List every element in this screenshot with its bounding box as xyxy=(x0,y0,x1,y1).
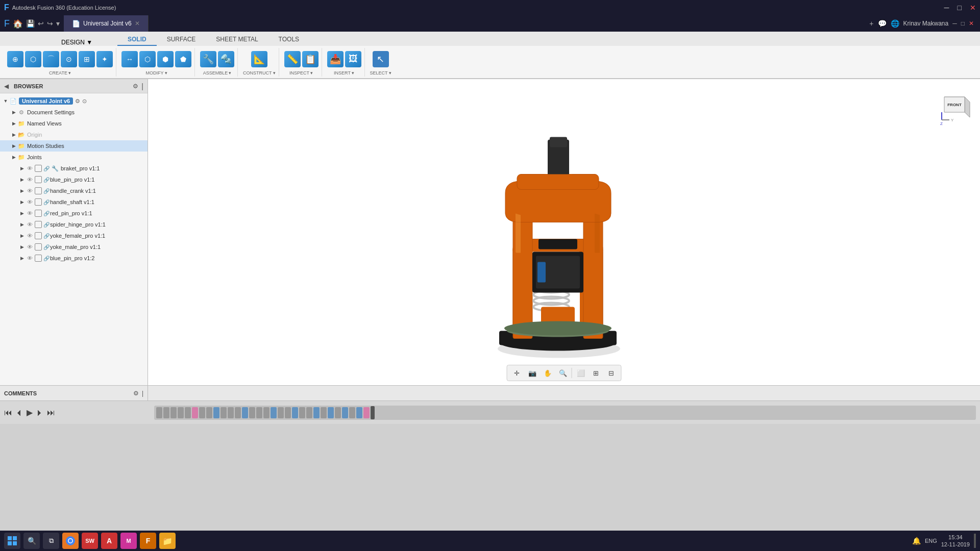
tab-sheet-metal[interactable]: SHEET METAL xyxy=(206,34,268,46)
minimize-button[interactable]: ─ xyxy=(944,4,949,12)
section-analysis-icon[interactable]: 📋 xyxy=(302,51,318,67)
grid-btn[interactable]: ⊞ xyxy=(590,366,603,380)
tree-item-yoke-male[interactable]: ▶ 👁 🔗 yoke_male_pro v1:1 xyxy=(0,241,148,253)
tree-item-red-pin[interactable]: ▶ 👁 🔗 red_pin_pro v1:1 xyxy=(0,208,148,219)
box-blue-pin2[interactable] xyxy=(35,255,42,262)
view-cube-btn[interactable]: ⊟ xyxy=(605,366,618,380)
taskbar-app-sw[interactable]: SW xyxy=(82,533,98,549)
pattern-icon[interactable]: ✦ xyxy=(96,51,113,67)
box-yoke-female[interactable] xyxy=(35,232,42,239)
timeline-play-btn[interactable]: ▶ xyxy=(27,408,33,417)
vis-handle-shaft[interactable]: 👁 xyxy=(26,198,34,206)
file-tab[interactable]: 📄 Universal Joint v6 ✕ xyxy=(64,15,149,32)
inspect-arrow[interactable]: ▾ xyxy=(310,70,313,76)
plane-icon[interactable]: 📐 xyxy=(251,51,267,67)
rigid-group-icon[interactable]: 🔩 xyxy=(218,51,234,67)
display-settings-btn[interactable]: 📷 xyxy=(526,366,539,380)
root-record[interactable]: ⊙ xyxy=(82,98,87,105)
file-tab-close[interactable]: ✕ xyxy=(135,20,140,27)
tree-item-named-views[interactable]: ▶ 📁 Named Views xyxy=(0,118,148,129)
maximize-button[interactable]: □ xyxy=(958,4,962,12)
link-yoke-female[interactable]: 🔗 xyxy=(43,232,50,239)
revolve-icon[interactable]: ⌒ xyxy=(43,51,59,67)
tab-surface[interactable]: SURFACE xyxy=(157,34,206,46)
browser-more-icon[interactable]: | xyxy=(141,82,143,90)
link-spider-hinge[interactable]: 🔗 xyxy=(43,221,50,228)
tabbar-close[interactable]: ✕ xyxy=(969,20,974,27)
tree-item-handle-crank[interactable]: ▶ 👁 🔗 handle_crank v1:1 xyxy=(0,185,148,196)
tree-item-origin[interactable]: ▶ 📂 Origin xyxy=(0,129,148,140)
sweep-icon[interactable]: ⊙ xyxy=(61,51,77,67)
link-blue-pin2[interactable]: 🔗 xyxy=(43,255,50,262)
taskbar-notification-icon[interactable]: 🔔 xyxy=(912,537,921,545)
comments-settings-icon[interactable]: ⚙ xyxy=(133,390,139,397)
viewport[interactable]: FRONT Z Y ✛ 📷 ✋ 🔍 ⬜ ⊞ ⊟ xyxy=(148,79,980,385)
link-handle-shaft[interactable]: 🔗 xyxy=(43,198,50,206)
tab-tools[interactable]: TOOLS xyxy=(268,34,309,46)
browser-collapse-icon[interactable]: ◀ xyxy=(4,83,9,90)
vis-blue-pin1[interactable]: 👁 xyxy=(26,176,34,184)
box-braket[interactable] xyxy=(35,165,42,172)
tabbar-maximize[interactable]: □ xyxy=(961,20,965,27)
tree-root[interactable]: ▼ 📄 Universal Joint v6 ⚙ ⊙ xyxy=(0,95,148,107)
link-braket[interactable]: 🔗 xyxy=(43,165,50,172)
tree-item-motion-studies[interactable]: ▶ 📁 Motion Studies xyxy=(0,140,148,152)
tree-item-spider-hinge[interactable]: ▶ 👁 🔗 spider_hinge_pro v1:1 xyxy=(0,219,148,230)
construct-arrow[interactable]: ▾ xyxy=(273,70,276,76)
more-actions[interactable]: ▾ xyxy=(56,19,60,28)
fillet-icon[interactable]: ⬡ xyxy=(139,51,156,67)
timeline-track[interactable] xyxy=(154,406,976,420)
tabbar-minimize[interactable]: ─ xyxy=(952,20,957,27)
box-spider-hinge[interactable] xyxy=(35,221,42,228)
box-handle-shaft[interactable] xyxy=(35,198,42,206)
insert-mesh-icon[interactable]: 📥 xyxy=(327,51,344,67)
taskbar-app-acad[interactable]: A xyxy=(101,533,117,549)
vis-yoke-male[interactable]: 👁 xyxy=(26,243,34,251)
timeline-end-btn[interactable]: ⏭ xyxy=(47,408,55,417)
zoom-btn[interactable]: 🔍 xyxy=(556,366,570,380)
timeline-next-btn[interactable]: ⏵ xyxy=(36,408,44,417)
measure-icon[interactable]: 📏 xyxy=(284,51,301,67)
move-icon[interactable]: ↔ xyxy=(121,51,138,67)
box-yoke-male[interactable] xyxy=(35,243,42,251)
close-button[interactable]: ✕ xyxy=(970,4,976,12)
select-arrow[interactable]: ▾ xyxy=(389,70,391,76)
root-arrow[interactable]: ▼ xyxy=(2,97,9,105)
link-red-pin[interactable]: 🔗 xyxy=(43,210,50,217)
pan-btn[interactable]: ✋ xyxy=(541,366,554,380)
design-button[interactable]: DESIGN ▼ xyxy=(61,39,92,46)
show-desktop-btn[interactable] xyxy=(974,534,976,548)
timeline-prev-btn[interactable]: ⏴ xyxy=(15,408,23,417)
loft-icon[interactable]: ⊞ xyxy=(79,51,95,67)
decal-icon[interactable]: 🖼 xyxy=(345,51,361,67)
create-new-body-icon[interactable]: ⊕ xyxy=(7,51,23,67)
browser-settings-icon[interactable]: ⚙ xyxy=(133,83,138,90)
assemble-arrow[interactable]: ▾ xyxy=(229,70,231,76)
modify-arrow[interactable]: ▾ xyxy=(165,70,167,76)
tree-item-joints[interactable]: ▶ 📁 Joints xyxy=(0,152,148,163)
redo-button[interactable]: ↪ xyxy=(47,19,53,28)
tree-item-braket[interactable]: ▶ 👁 🔗 🔧 braket_pro v1:1 xyxy=(0,163,148,174)
create-arrow[interactable]: ▾ xyxy=(68,70,71,76)
root-settings[interactable]: ⚙ xyxy=(75,98,80,105)
start-button[interactable] xyxy=(4,533,20,549)
save-icon[interactable]: 💾 xyxy=(26,19,35,28)
chat-icon[interactable]: 💬 xyxy=(878,19,887,28)
vis-braket[interactable]: 👁 xyxy=(26,164,34,172)
timeline-rewind-btn[interactable]: ⏮ xyxy=(4,408,12,417)
vis-spider-hinge[interactable]: 👁 xyxy=(26,220,34,229)
link-yoke-male[interactable]: 🔗 xyxy=(43,243,50,251)
vis-yoke-female[interactable]: 👁 xyxy=(26,232,34,240)
tree-item-handle-shaft[interactable]: ▶ 👁 🔗 handle_shaft v1:1 xyxy=(0,196,148,208)
link-handle-crank[interactable]: 🔗 xyxy=(43,187,50,194)
orientation-cube[interactable]: FRONT Z Y xyxy=(934,89,970,125)
snap-settings-btn[interactable]: ✛ xyxy=(510,366,524,380)
network-icon[interactable]: 🌐 xyxy=(891,19,899,28)
tab-solid[interactable]: SOLID xyxy=(117,34,157,46)
insert-arrow[interactable]: ▾ xyxy=(352,70,354,76)
link-blue-pin1[interactable]: 🔗 xyxy=(43,176,50,183)
box-handle-crank[interactable] xyxy=(35,187,42,194)
task-view-button[interactable]: ⧉ xyxy=(43,533,59,549)
tree-item-yoke-female[interactable]: ▶ 👁 🔗 yoke_female_pro v1:1 xyxy=(0,230,148,241)
tree-item-blue-pin1[interactable]: ▶ 👁 🔗 blue_pin_pro v1:1 xyxy=(0,174,148,185)
